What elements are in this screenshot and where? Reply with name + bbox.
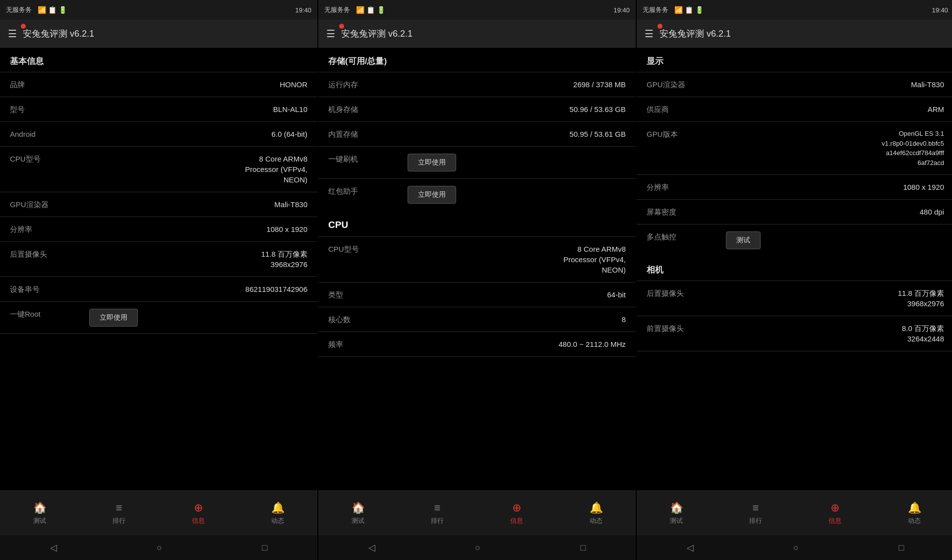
nav-info-label-1: 信息 <box>192 516 205 525</box>
no-service-label-2: 无服务务 <box>324 5 350 14</box>
home-btn-2[interactable]: ○ <box>475 543 480 553</box>
nav-info-3[interactable]: ⊕ 信息 <box>795 502 875 525</box>
section-basic-info-header: 基本信息 <box>0 48 317 72</box>
list-icon-1: ≡ <box>116 502 122 514</box>
row-android: Android 6.0 (64-bit) <box>0 121 317 146</box>
back-btn-1[interactable]: ◁ <box>50 542 57 553</box>
row-frequency: 频率 480.0 ~ 2112.0 MHz <box>318 332 636 357</box>
bottom-nav-2: 🏠 测试 ≡ 排行 ⊕ 信息 🔔 动态 <box>318 491 636 535</box>
back-btn-2[interactable]: ◁ <box>368 542 375 553</box>
one-key-flash-button[interactable]: 立即使用 <box>408 154 456 171</box>
nav-dynamic-2[interactable]: 🔔 动态 <box>556 502 636 525</box>
nav-dynamic-label-2: 动态 <box>590 516 602 525</box>
home-icon-1: 🏠 <box>33 502 47 514</box>
bottom-nav-1: 🏠 测试 ≡ 排行 ⊕ 信息 🔔 动态 <box>0 491 317 535</box>
home-icon-3: 🏠 <box>670 502 683 514</box>
sys-nav-2: ◁ ○ □ <box>318 535 636 560</box>
row-body-storage: 机身存储 50.96 / 53.63 GB <box>318 97 636 121</box>
recent-btn-1[interactable]: □ <box>262 543 267 553</box>
row-front-camera: 前置摄像头 8.0 百万像素 3264x2448 <box>637 316 952 351</box>
row-cpu-model: CPU型号 8 Core ARMv8 Processor (VFPv4, NEO… <box>0 146 317 192</box>
nav-rank-3[interactable]: ≡ 排行 <box>716 502 795 525</box>
bell-icon-1: 🔔 <box>271 502 285 514</box>
row-resolution-3: 分辨率 1080 x 1920 <box>637 174 952 199</box>
section-cpu-header: CPU <box>318 211 636 236</box>
nav-dynamic-3[interactable]: 🔔 动态 <box>875 502 952 525</box>
section-display-header: 显示 <box>637 48 952 72</box>
status-bar-3: 无服务务 📶 📋 🔋 19:40 <box>637 0 952 20</box>
recent-btn-3[interactable]: □ <box>898 543 904 553</box>
nav-info-1[interactable]: ⊕ 信息 <box>159 502 238 525</box>
nav-test-label-1: 测试 <box>33 516 46 525</box>
nav-info-label-2: 信息 <box>510 516 523 525</box>
nav-dynamic-1[interactable]: 🔔 动态 <box>238 502 317 525</box>
row-internal-storage: 内置存储 50.95 / 53.61 GB <box>318 121 636 146</box>
nav-rank-label-3: 排行 <box>749 516 762 525</box>
panel-1: 无服务务 📶 📋 🔋 19:40 ☰ 安兔兔评测 v6.2.1 基本信息 品牌 … <box>0 0 317 560</box>
sys-nav-3: ◁ ○ □ <box>637 535 952 560</box>
nav-dynamic-label-1: 动态 <box>271 516 284 525</box>
multitouch-test-button[interactable]: 测试 <box>726 231 761 249</box>
row-gpu-version: GPU版本 OpenGL ES 3.1 v1.r8p0-01dev0.bbfc5… <box>637 121 952 174</box>
status-time-2: 19:40 <box>613 6 630 14</box>
bottom-nav-3: 🏠 测试 ≡ 排行 ⊕ 信息 🔔 动态 <box>637 491 952 535</box>
nav-rank-label-2: 排行 <box>431 516 444 525</box>
bell-icon-3: 🔔 <box>908 502 921 514</box>
nav-info-label-3: 信息 <box>829 516 841 525</box>
app-header-3: ☰ 安兔兔评测 v6.2.1 <box>637 20 952 48</box>
panel-2: 无服务务 📶 📋 🔋 19:40 ☰ 安兔兔评测 v6.2.1 存储(可用/总量… <box>318 0 636 560</box>
notification-dot-2 <box>339 24 344 29</box>
list-icon-3: ≡ <box>753 502 759 514</box>
status-bar-1: 无服务务 📶 📋 🔋 19:40 <box>0 0 317 20</box>
row-device-serial: 设备串号 862119031742906 <box>0 277 317 301</box>
recent-btn-2[interactable]: □ <box>580 543 586 553</box>
nav-test-label-3: 测试 <box>670 516 683 525</box>
no-service-label-1: 无服务务 <box>6 5 32 14</box>
sys-nav-1: ◁ ○ □ <box>0 535 317 560</box>
menu-icon-2[interactable]: ☰ <box>326 28 335 40</box>
info-icon-2: ⊕ <box>512 502 521 514</box>
red-envelope-button[interactable]: 立即使用 <box>408 186 456 204</box>
home-btn-3[interactable]: ○ <box>793 543 799 553</box>
info-icon-1: ⊕ <box>194 502 203 514</box>
home-icon-2: 🏠 <box>352 502 365 514</box>
app-title-3: 安兔兔评测 v6.2.1 <box>659 28 731 40</box>
status-time-1: 19:40 <box>295 6 311 14</box>
row-screen-density: 屏幕密度 480 dpi <box>637 199 952 224</box>
row-vendor: 供应商 ARM <box>637 97 952 121</box>
home-btn-1[interactable]: ○ <box>157 543 162 553</box>
section-storage-header: 存储(可用/总量) <box>318 48 636 72</box>
nav-test-label-2: 测试 <box>352 516 364 525</box>
nav-rank-1[interactable]: ≡ 排行 <box>79 502 159 525</box>
row-model: 型号 BLN-AL10 <box>0 97 317 121</box>
row-gpu-renderer-3: GPU渲染器 Mali-T830 <box>637 72 952 97</box>
menu-icon-1[interactable]: ☰ <box>8 28 17 40</box>
nav-rank-2[interactable]: ≡ 排行 <box>398 502 477 525</box>
menu-icon-3[interactable]: ☰ <box>645 28 654 40</box>
app-title-2: 安兔兔评测 v6.2.1 <box>341 28 413 40</box>
row-brand: 品牌 HONOR <box>0 72 317 97</box>
back-btn-3[interactable]: ◁ <box>687 542 694 553</box>
row-resolution: 分辨率 1080 x 1920 <box>0 217 317 241</box>
row-one-key-flash: 一键刷机 立即使用 <box>318 146 636 178</box>
row-cpu-model-2: CPU型号 8 Core ARMv8 Processor (VFPv4, NEO… <box>318 236 636 282</box>
notification-dot-3 <box>657 24 662 29</box>
nav-dynamic-label-3: 动态 <box>908 516 921 525</box>
row-red-envelope: 红包助手 立即使用 <box>318 178 636 211</box>
nav-test-1[interactable]: 🏠 测试 <box>0 502 79 525</box>
content-3: 显示 GPU渲染器 Mali-T830 供应商 ARM GPU版本 OpenGL… <box>637 48 952 491</box>
row-multitouch: 多点触控 测试 <box>637 224 952 256</box>
nav-test-2[interactable]: 🏠 测试 <box>318 502 398 525</box>
status-left-1: 无服务务 📶 📋 🔋 <box>6 5 67 14</box>
one-key-root-button[interactable]: 立即使用 <box>89 309 138 327</box>
row-rear-camera-3: 后置摄像头 11.8 百万像素 3968x2976 <box>637 280 952 316</box>
row-gpu-renderer: GPU渲染器 Mali-T830 <box>0 192 317 217</box>
nav-info-2[interactable]: ⊕ 信息 <box>477 502 556 525</box>
app-header-1: ☰ 安兔兔评测 v6.2.1 <box>0 20 317 48</box>
nav-test-3[interactable]: 🏠 测试 <box>637 502 716 525</box>
panel-3: 无服务务 📶 📋 🔋 19:40 ☰ 安兔兔评测 v6.2.1 显示 GPU渲染… <box>637 0 952 560</box>
section-camera-header: 相机 <box>637 256 952 280</box>
list-icon-2: ≡ <box>434 502 441 514</box>
app-header-2: ☰ 安兔兔评测 v6.2.1 <box>318 20 636 48</box>
no-service-label-3: 无服务务 <box>643 5 668 14</box>
